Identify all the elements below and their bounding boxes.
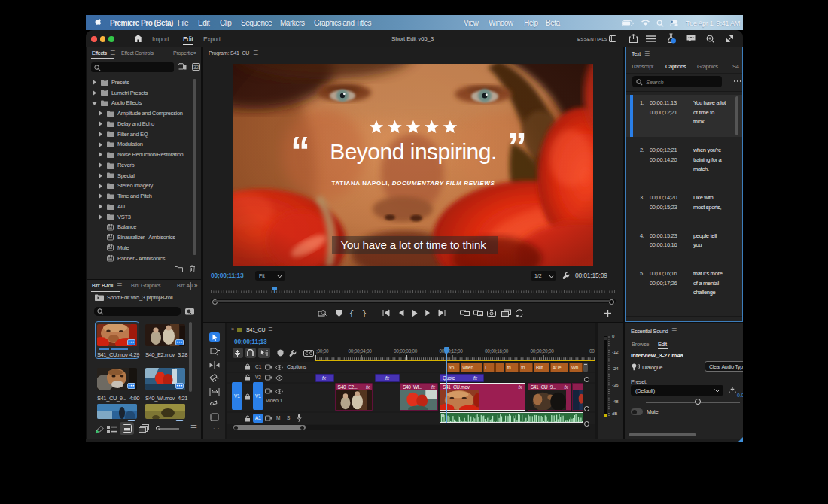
svg-text:}: } bbox=[362, 310, 367, 317]
svg-text:32: 32 bbox=[193, 65, 199, 70]
svg-text:{: { bbox=[349, 310, 354, 317]
svg-text:a: a bbox=[479, 312, 482, 317]
